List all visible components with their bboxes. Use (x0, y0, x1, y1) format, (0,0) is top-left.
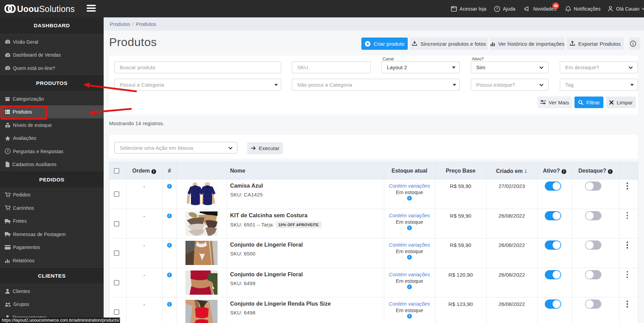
svg-text:?: ? (7, 149, 9, 153)
svg-text:?: ? (496, 7, 498, 11)
